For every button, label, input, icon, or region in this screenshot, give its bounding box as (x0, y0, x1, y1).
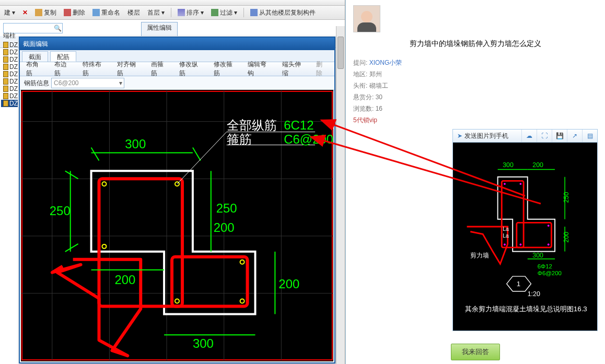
corner-bar-button[interactable]: 布角筋 (24, 60, 46, 78)
svg-line-28 (177, 132, 227, 184)
edit-hook-button[interactable]: 编辑弯钩 (246, 60, 273, 78)
cube-icon (3, 100, 8, 107)
tree-label: DZ (9, 92, 18, 100)
delete-icon (64, 9, 71, 16)
ribbon-row-0 (0, 0, 345, 6)
delete-button[interactable]: 删除 (62, 8, 87, 17)
label-all-longitudinal: 全部纵筋 (227, 118, 277, 132)
align-bar-button[interactable]: 对齐钢筋 (115, 60, 143, 78)
cube-icon (3, 49, 8, 55)
dim-200b: 200 (114, 273, 135, 287)
dim-300-top: 300 (125, 137, 146, 151)
tree-row[interactable]: DZ (1, 71, 18, 78)
filter-label: 过滤 (220, 8, 232, 17)
tree-row[interactable]: DZ (1, 63, 18, 71)
attached-image[interactable]: 300 200 250 200 300 剪力墙 La La 6Φ12 Φ6@20… (453, 143, 597, 331)
sort-button[interactable]: 排序 ▾ (176, 8, 206, 17)
cube-icon (3, 78, 8, 85)
tree-row[interactable]: DZ (1, 56, 18, 63)
answer-button[interactable]: 我来回答 (451, 344, 500, 360)
tree-row[interactable]: DZ (1, 41, 18, 49)
svg-point-15 (175, 299, 179, 303)
share-icon[interactable]: ↗ (567, 130, 582, 142)
end-extend-button[interactable]: 端头伸缩 (280, 60, 308, 78)
svg-point-14 (102, 244, 106, 249)
mod-stirrup-button[interactable]: 修改箍筋 (212, 60, 239, 78)
asker-link[interactable]: XIONG小荣 (369, 59, 402, 66)
special-bar-button[interactable]: 特殊布筋 (80, 60, 108, 78)
tree-label: DZ (9, 78, 18, 85)
t-dim-250: 250 (563, 192, 570, 203)
new-label: 建 (4, 8, 10, 17)
floor-label: 楼层 (127, 8, 140, 17)
svg-point-12 (102, 182, 106, 186)
tree-title: 端柱 (1, 30, 18, 41)
val-stirrup: C6@200 (284, 132, 333, 146)
rename-label: 重命名 (101, 8, 120, 17)
section-canvas[interactable]: 300 250 250 200 200 200 300 全部纵筋 箍筋 6C12… (21, 90, 333, 361)
cloud-icon[interactable]: ☁ (521, 130, 537, 142)
t-id: 1 (517, 280, 520, 288)
send-to-phone-button[interactable]: ➤发送图片到手机 (453, 132, 513, 140)
svg-line-19 (91, 148, 99, 161)
delete-x-button[interactable]: ✕ (20, 9, 30, 16)
bounty-value: 30 (376, 93, 382, 101)
asker-label: 提问: (353, 59, 367, 66)
delete-bar-button[interactable]: 删除 (314, 60, 330, 78)
cube-icon (3, 86, 8, 92)
mod-long-button[interactable]: 修改纵筋 (177, 60, 205, 78)
tree-label: DZ (9, 100, 18, 107)
component-tree: 端柱 DZ DZ DZ DZ DZ DZ DZ DZ DZ (1, 30, 18, 107)
dialog-title-text: 截面编辑 (23, 40, 48, 49)
svg-point-39 (520, 183, 522, 185)
scrollbar-thumb[interactable] (338, 37, 344, 69)
vip-badge: 5代锁vip (353, 114, 598, 126)
new-button[interactable]: 建 ▾ (2, 8, 17, 17)
question-title: 剪力墙中的墙垛钢筋伸入剪力墙怎么定义 (353, 39, 598, 49)
dialog-field-row: 钢筋信息 C6@200 (20, 76, 334, 90)
cube-icon (3, 71, 8, 77)
sort-icon (178, 9, 185, 16)
dialog-tool-row: 布角筋 布边筋 特殊布筋 对齐钢筋 画箍筋 修改纵筋 修改箍筋 编辑弯钩 端头伸… (20, 62, 334, 76)
cube-icon (3, 64, 8, 70)
region-label: 地区: (353, 71, 367, 78)
home-floor-dropdown[interactable]: 首层 ▾ (145, 8, 167, 17)
tree-row[interactable]: DZ (1, 49, 18, 56)
tree-row[interactable]: DZ (1, 78, 18, 85)
tree-row[interactable]: DZ (1, 92, 18, 100)
search-icon[interactable]: 🔍 (53, 25, 62, 32)
tree-row[interactable]: DZ (1, 85, 18, 92)
fullscreen-icon[interactable]: ⛶ (537, 130, 552, 142)
draw-stirrup-button[interactable]: 画箍筋 (149, 60, 171, 78)
edge-bar-button[interactable]: 布边筋 (52, 60, 74, 78)
floor-dropdown[interactable]: 楼层 (125, 8, 142, 17)
t-dim-300b: 300 (532, 252, 543, 259)
dialog-titlebar[interactable]: 截面编辑 (20, 38, 334, 50)
section-editor-dialog: 截面编辑 截面 配筋 布角筋 布边筋 特殊布筋 对齐钢筋 画箍筋 修改纵筋 修改… (19, 37, 335, 363)
t-wall-label: 剪力墙 (470, 252, 489, 259)
tree-label: DZ (9, 71, 18, 78)
svg-point-17 (240, 299, 245, 303)
cube-icon (3, 42, 8, 48)
tree-label: DZ (9, 41, 18, 49)
svg-point-40 (504, 243, 506, 245)
copy-from-icon (250, 9, 258, 16)
t-note: 其余剪力墙端混凝土墙垛见总说明图16.3 (465, 305, 587, 313)
bounty-label: 悬赏分: (353, 93, 374, 101)
val-longitudinal: 6C12 (284, 118, 313, 132)
rename-button[interactable]: 重命名 (90, 8, 122, 17)
more-icon[interactable]: ▤ (582, 130, 597, 142)
property-edit-tab[interactable]: 属性编辑 (141, 22, 178, 36)
tree-row-selected[interactable]: DZ (1, 100, 18, 107)
rebar-info-combo[interactable]: C6@200 (51, 78, 124, 88)
vertical-scrollbar[interactable] (336, 26, 345, 364)
tree-label: DZ (9, 49, 18, 56)
copy-from-button[interactable]: 从其他楼层复制构件 (248, 8, 318, 17)
tree-label: DZ (9, 63, 18, 71)
filter-button[interactable]: 过滤 ▾ (209, 8, 239, 17)
save-icon[interactable]: 💾 (552, 130, 567, 142)
t-dim-200: 200 (532, 161, 543, 169)
rank-value: 砌墙工 (369, 82, 388, 89)
copy-button[interactable]: 复制 (33, 8, 59, 17)
svg-rect-37 (517, 222, 552, 248)
